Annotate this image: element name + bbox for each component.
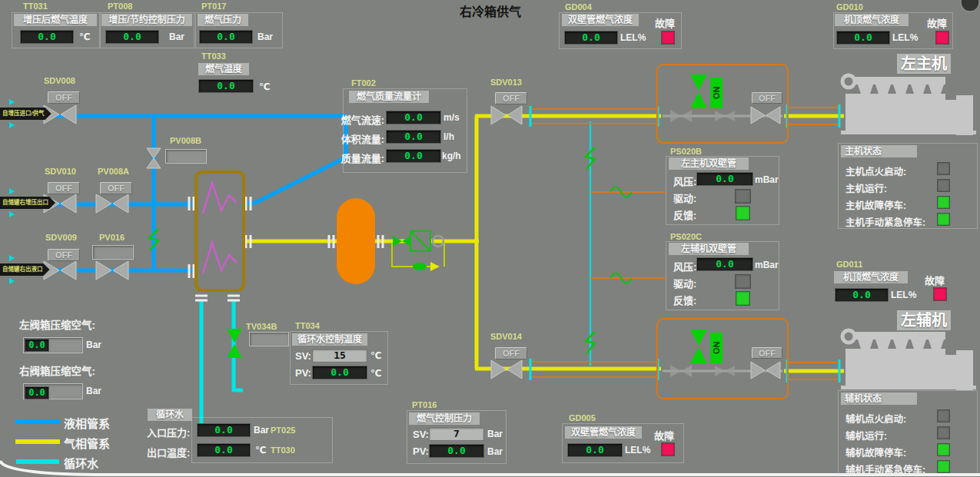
gd010-fault-label: 故障 xyxy=(927,15,947,30)
gd004-fault-label: 故障 xyxy=(655,15,675,30)
pv008b-valve[interactable] xyxy=(145,147,163,170)
aux-status-row-label: 辅机运行: xyxy=(845,428,887,442)
main-status-row-label: 主机运行: xyxy=(845,181,887,195)
tt034-sv-input[interactable]: 15 xyxy=(312,349,367,363)
sdv013-tag: SDV013 xyxy=(490,78,522,87)
ft002-tag: FT002 xyxy=(351,78,376,88)
train-top-off-button[interactable]: OFF xyxy=(752,92,782,104)
train-top-green-valve-state: ON xyxy=(710,78,723,108)
train-top-green-valve[interactable] xyxy=(688,73,709,110)
main-status-row-label: 主机手动紧急停车: xyxy=(845,214,925,229)
legend-gas-line-icon xyxy=(15,439,60,444)
inlet-arrow-icon xyxy=(9,122,15,128)
inlet-tag-pressurize-outlet: 自储罐右增压出口 xyxy=(0,197,55,209)
ft002-row-label: 体积流量: xyxy=(335,131,384,146)
aux-status-row-label: 辅机点火启动: xyxy=(845,411,906,426)
ps020c-name: 左辅机双壁管 xyxy=(669,243,749,255)
sdv010-tag: SDV010 xyxy=(45,167,76,176)
legend-water-line-icon xyxy=(16,459,59,464)
pt008-tag: PT008 xyxy=(108,2,132,11)
sdv014-valve[interactable] xyxy=(490,358,523,381)
train-top-gray-valve[interactable] xyxy=(749,104,782,126)
legend-liquid-line-icon xyxy=(15,419,60,424)
main-fault-stop-indicator xyxy=(937,196,950,209)
ps020c-feedback-indicator xyxy=(736,291,750,306)
inlet-arrow-icon xyxy=(9,278,15,284)
pv008a-valve[interactable] xyxy=(95,191,130,216)
pt016-tag: PT016 xyxy=(412,400,437,409)
ps020b-unit: mBar xyxy=(755,174,779,185)
tt034-pv-value: 0.0 xyxy=(312,366,367,379)
main-estop-indicator xyxy=(937,213,950,226)
tt033-value: 0.0 xyxy=(198,79,254,93)
pt017-value: 0.0 xyxy=(199,30,253,44)
ft002-name: 燃气质量流量计 xyxy=(349,91,429,103)
main-status-row-label: 主机故障停车: xyxy=(845,197,906,212)
ps020b-name: 左主机双壁管 xyxy=(669,157,749,170)
ps020b-pressure-value: 0.0 xyxy=(696,172,753,186)
ps020c-pressure-value: 0.0 xyxy=(696,257,753,271)
pv016-valve[interactable] xyxy=(95,258,130,283)
ps020b-drive-indicator xyxy=(735,189,751,204)
gd011-name: 机顶燃气浓度 xyxy=(834,271,908,283)
pv008a-tag: PV008A xyxy=(98,167,129,176)
left-valve-box-air-unit: Bar xyxy=(86,340,101,350)
tt031-tag: TT031 xyxy=(23,2,48,11)
gd011-fault-indicator xyxy=(933,287,947,301)
pt017-unit: Bar xyxy=(257,31,273,42)
gd005-fault-indicator xyxy=(661,442,675,456)
ps020b-pressure-label: 风压: xyxy=(673,174,696,188)
ft002-row-label: 燃气流速: xyxy=(335,112,384,127)
ft002-row-unit: l/h xyxy=(443,131,454,142)
pt017-name: 燃气压力 xyxy=(198,14,248,26)
pt016-sv-unit: Bar xyxy=(487,429,503,439)
main-ignition-indicator xyxy=(937,162,950,175)
tt034-pv-unit: ℃ xyxy=(370,368,382,379)
aux-engine-valve-train xyxy=(656,318,789,399)
gd005-value: 0.0 xyxy=(567,443,623,457)
train-bottom-gray-valve[interactable] xyxy=(749,359,782,381)
tt030-tag: TT030 xyxy=(271,446,295,455)
pt016-sv-input[interactable]: 7 xyxy=(429,427,484,441)
cooling-water-row-label: 入口压力: xyxy=(147,425,190,439)
gd004-unit: LEL% xyxy=(620,32,646,43)
sdv013-valve[interactable] xyxy=(490,104,523,127)
cooling-water-header: 循环水 xyxy=(148,409,192,421)
ps020b-tag: PS020B xyxy=(670,147,702,156)
water-pipes xyxy=(201,300,243,427)
gd004-tag: GD004 xyxy=(565,2,592,12)
ps020b-feedback-indicator xyxy=(736,206,750,220)
aux-estop-indicator xyxy=(937,460,950,473)
pv008b-setpoint-box[interactable] xyxy=(165,149,207,164)
train-bottom-off-button[interactable]: OFF xyxy=(752,347,782,359)
gd011-tag: GD011 xyxy=(836,260,862,269)
sdv009-tag: SDV009 xyxy=(45,233,77,242)
aux-fault-stop-indicator xyxy=(937,443,950,456)
inlet-arrow-icon xyxy=(9,188,15,194)
sdv013-state-button[interactable]: OFF xyxy=(495,92,527,104)
aux-running-indicator xyxy=(937,426,950,439)
scada-screen: 右冷箱供气 TT031 增压后燃气温度 0.0 ℃ PT008 增压/节约控制压… xyxy=(0,0,980,477)
gd011-fault-label: 故障 xyxy=(925,273,945,287)
bypass-arrow xyxy=(430,262,440,271)
right-valve-box-air-value: 0.0 xyxy=(25,386,49,399)
pt016-pv-value: 0.0 xyxy=(429,444,484,458)
tv034b-setpoint-box[interactable] xyxy=(249,332,289,346)
tv034b-valve[interactable] xyxy=(224,327,244,359)
gd004-name: 双壁管燃气浓度 xyxy=(562,14,639,26)
bypass-valve-oval xyxy=(413,263,427,270)
main-status-row-label: 主机点火启动: xyxy=(845,164,906,178)
ft002-row-value: 0.0 xyxy=(386,111,441,124)
gd004-fault-indicator xyxy=(661,31,675,45)
aux-engine xyxy=(839,326,978,393)
aux-status-row-label: 辅机故障停车: xyxy=(845,445,906,459)
tt033-tag: TT033 xyxy=(201,51,226,61)
pv008b-tag: PV008B xyxy=(170,136,201,145)
ps020c-tag: PS020C xyxy=(670,232,702,241)
gd010-unit: LEL% xyxy=(892,32,918,43)
tt031-value: 0.0 xyxy=(20,30,74,44)
train-bottom-green-valve[interactable] xyxy=(688,328,709,365)
pt017-tag: PT017 xyxy=(201,2,226,11)
sdv008-tag: SDV008 xyxy=(44,76,75,85)
gd011-value: 0.0 xyxy=(835,288,889,302)
